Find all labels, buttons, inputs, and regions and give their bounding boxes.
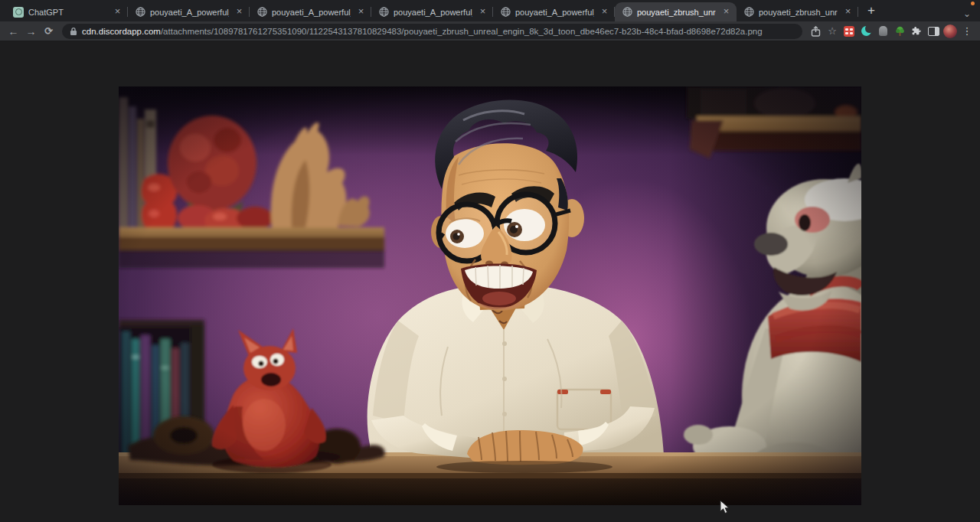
tab-2[interactable]: pouyaeti_A_powerful_modern×: [250, 2, 371, 21]
tabs-container: ChatGPT×pouyaeti_A_powerful_modern×pouya…: [6, 2, 858, 21]
back-button[interactable]: ←: [5, 23, 21, 39]
chatgpt-favicon-icon: [13, 7, 24, 18]
profile-avatar[interactable]: [942, 24, 958, 39]
share-icon[interactable]: [808, 24, 823, 39]
red-grid-extension-icon[interactable]: [841, 24, 857, 39]
tab-3[interactable]: pouyaeti_A_powerful_modern×: [371, 2, 493, 21]
tab-close-button[interactable]: ×: [477, 6, 488, 18]
globe-favicon-icon: [378, 7, 389, 18]
bookmark-star-icon[interactable]: ☆: [825, 24, 840, 39]
update-notification-dot: [971, 2, 975, 5]
tab-close-button[interactable]: ×: [720, 6, 732, 18]
tab-close-button[interactable]: ×: [599, 6, 610, 18]
new-tab-button[interactable]: +: [861, 1, 881, 21]
rendered-image: [119, 86, 861, 505]
extensions-puzzle-icon[interactable]: [909, 24, 924, 39]
globe-favicon-icon: [500, 7, 511, 18]
tab-label: pouyaeti_A_powerful_modern: [150, 8, 229, 17]
url-domain: cdn.discordapp.com: [82, 27, 161, 36]
gray-extension-icon[interactable]: [875, 24, 890, 39]
tab-close-button[interactable]: ×: [355, 6, 367, 18]
tab-label: pouyaeti_A_powerful_modern: [272, 8, 351, 17]
tab-label: pouyaeti_zbrush_unreal_engin: [637, 8, 716, 17]
tab-label: ChatGPT: [28, 8, 107, 17]
address-bar[interactable]: cdn.discordapp.com/attachments/108978176…: [62, 24, 802, 39]
reload-button[interactable]: ⟳: [41, 23, 57, 39]
forward-button[interactable]: →: [23, 23, 39, 39]
tab-search-chevron-icon[interactable]: ⌄: [963, 8, 971, 19]
menu-icon[interactable]: ⋮: [959, 24, 975, 39]
tab-label: pouyaeti_zbrush_unreal_engi: [759, 8, 838, 17]
globe-favicon-icon: [622, 7, 632, 18]
tab-strip: ChatGPT×pouyaeti_A_powerful_modern×pouya…: [0, 0, 980, 21]
tab-close-button[interactable]: ×: [842, 6, 854, 18]
dark-reader-moon-icon[interactable]: [858, 24, 874, 39]
tab-4[interactable]: pouyaeti_A_powerful_modern×: [493, 2, 615, 21]
lock-icon: [70, 27, 77, 36]
globe-favicon-icon: [135, 7, 145, 18]
tree-extension-icon[interactable]: [892, 24, 907, 39]
tab-close-button[interactable]: ×: [112, 6, 123, 18]
tab-1[interactable]: pouyaeti_A_powerful_modern×: [128, 2, 250, 21]
url-text: cdn.discordapp.com/attachments/108978176…: [82, 27, 763, 36]
side-panel-icon[interactable]: [926, 24, 941, 39]
tab-close-button[interactable]: ×: [234, 6, 245, 18]
main-image[interactable]: [119, 86, 861, 505]
tab-6[interactable]: pouyaeti_zbrush_unreal_engi×: [737, 2, 858, 21]
toolbar: ← → ⟳ cdn.discordapp.com/attachments/108…: [0, 21, 980, 41]
tab-active[interactable]: pouyaeti_zbrush_unreal_engin×: [615, 2, 737, 21]
browser-window: ChatGPT×pouyaeti_A_powerful_modern×pouya…: [0, 0, 980, 522]
tab-0[interactable]: ChatGPT×: [6, 2, 128, 21]
globe-favicon-icon: [743, 7, 754, 18]
url-path: /attachments/1089781761275351090/1122543…: [161, 27, 763, 36]
globe-favicon-icon: [256, 7, 267, 18]
page-content: [0, 41, 980, 522]
tab-label: pouyaeti_A_powerful_modern: [515, 8, 594, 17]
tab-label: pouyaeti_A_powerful_modern: [394, 8, 472, 17]
